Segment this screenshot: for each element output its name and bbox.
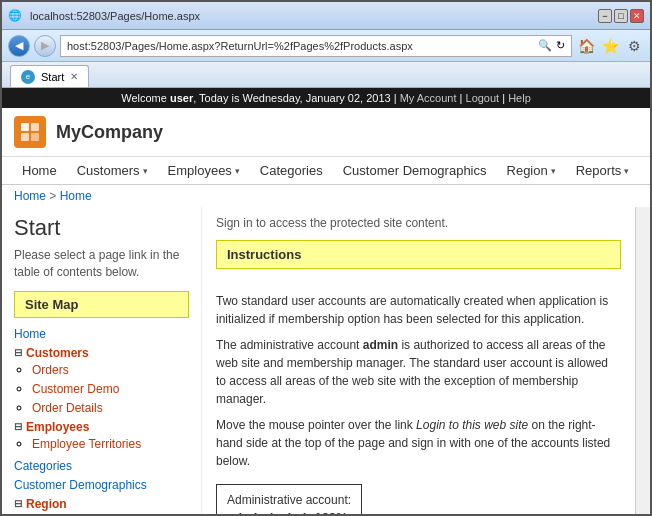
svg-rect-3 <box>31 133 39 141</box>
employees-section-label: Employees <box>26 420 89 434</box>
left-column: Start Please select a page link in the t… <box>2 207 202 514</box>
help-link[interactable]: Help <box>508 92 531 104</box>
sitemap-link-customer-demo[interactable]: Customer Demo <box>32 382 119 396</box>
sitemap-section-header-customers[interactable]: ⊟ Customers <box>14 346 189 360</box>
page-title: Start <box>14 215 189 241</box>
customers-children: Orders Customer Demo Order Details <box>14 360 189 417</box>
sitemap-section-header-employees[interactable]: ⊟ Employees <box>14 420 189 434</box>
employees-toggle-icon: ⊟ <box>14 421 22 432</box>
customers-section-label: Customers <box>26 346 89 360</box>
search-icon[interactable]: 🔍 <box>538 39 552 52</box>
banner-sep2: | <box>499 92 508 104</box>
nav-item-employees[interactable]: Employees ▾ <box>158 157 250 184</box>
top-banner: Welcome user, Today is Wednesday, Januar… <box>2 88 650 108</box>
right-intro: Sign in to access the protected site con… <box>216 215 621 232</box>
ie-logo: 🌐 <box>8 9 22 22</box>
nav-item-home[interactable]: Home <box>12 157 67 184</box>
favorites-button[interactable]: ⭐ <box>600 36 620 56</box>
sitemap-list: Home ⊟ Customers Orders Customer <box>14 324 189 514</box>
address-text: host:52803/Pages/Home.aspx?ReturnUrl=%2f… <box>67 40 413 52</box>
sitemap-link-employee-territories[interactable]: Employee Territories <box>32 437 141 451</box>
right-column: Sign in to access the protected site con… <box>202 207 635 514</box>
tab-bar: e Start ✕ <box>2 62 650 88</box>
region-toggle-icon: ⊟ <box>14 498 22 509</box>
banner-welcome-prefix: Welcome <box>121 92 170 104</box>
minimize-button[interactable]: − <box>598 9 612 23</box>
breadcrumb: Home > Home <box>2 185 650 207</box>
tab-label: Start <box>41 71 64 83</box>
instruction-para-3: Move the mouse pointer over the link Log… <box>216 416 621 470</box>
instructions-box: Instructions <box>216 240 621 269</box>
svg-rect-0 <box>21 123 29 131</box>
banner-middle-text: , Today is Wednesday, January 02, 2013 | <box>193 92 400 104</box>
sitemap-link-orders[interactable]: Orders <box>32 363 69 377</box>
sitemap-link-customer-demographics[interactable]: Customer Demographics <box>14 478 147 492</box>
account-label: Administrative account: <box>227 493 351 507</box>
region-arrow: ▾ <box>551 166 556 176</box>
nav-item-customers[interactable]: Customers ▾ <box>67 157 158 184</box>
tab-favicon: e <box>21 70 35 84</box>
window-controls: − □ ✕ <box>598 9 644 23</box>
sitemap-child-territories: Territories <box>32 511 189 514</box>
account-box: Administrative account: admin / admin123… <box>216 484 362 514</box>
nav-item-region[interactable]: Region ▾ <box>497 157 566 184</box>
region-section-label: Region <box>26 497 67 511</box>
page-content: Welcome user, Today is Wednesday, Januar… <box>2 88 650 514</box>
nav-bar: ◀ ▶ host:52803/Pages/Home.aspx?ReturnUrl… <box>2 30 650 62</box>
logout-link[interactable]: Logout <box>466 92 500 104</box>
customers-arrow: ▾ <box>143 166 148 176</box>
sitemap-child-order-details: Order Details <box>32 398 189 417</box>
window-title: localhost:52803/Pages/Home.aspx <box>30 10 200 22</box>
customers-toggle-icon: ⊟ <box>14 347 22 358</box>
nav-item-categories[interactable]: Categories <box>250 157 333 184</box>
maximize-button[interactable]: □ <box>614 9 628 23</box>
reports-arrow: ▾ <box>624 166 629 176</box>
sitemap-section-employees: ⊟ Employees Employee Territories <box>14 420 189 453</box>
sitemap-section-customers: ⊟ Customers Orders Customer Demo Orde <box>14 346 189 417</box>
nav-item-customer-demographics[interactable]: Customer Demographics <box>333 157 497 184</box>
sitemap-child-customer-demo: Customer Demo <box>32 379 189 398</box>
browser-tab-start[interactable]: e Start ✕ <box>10 65 89 87</box>
close-button[interactable]: ✕ <box>630 9 644 23</box>
employees-arrow: ▾ <box>235 166 240 176</box>
sitemap-child-employee-territories: Employee Territories <box>32 434 189 453</box>
title-bar-left: 🌐 localhost:52803/Pages/Home.aspx <box>8 9 200 22</box>
banner-username: user <box>170 92 193 104</box>
region-children: Territories <box>14 511 189 514</box>
sitemap-item-categories: Categories <box>14 456 189 475</box>
site-title: MyCompany <box>56 122 163 143</box>
sitemap-item-customer-demographics: Customer Demographics <box>14 475 189 494</box>
sitemap-link-order-details[interactable]: Order Details <box>32 401 103 415</box>
instruction-para-2: The administrative account admin is auth… <box>216 336 621 408</box>
main-nav: Home Customers ▾ Employees ▾ Categories … <box>2 157 650 185</box>
account-creds: admin / admin123% <box>227 510 351 514</box>
sitemap-link-categories[interactable]: Categories <box>14 459 72 473</box>
my-account-link[interactable]: My Account <box>400 92 457 104</box>
breadcrumb-home2[interactable]: Home <box>60 189 92 203</box>
employees-children: Employee Territories <box>14 434 189 453</box>
title-bar: 🌐 localhost:52803/Pages/Home.aspx − □ ✕ <box>2 2 650 30</box>
banner-sep1: | <box>457 92 466 104</box>
tab-close-button[interactable]: ✕ <box>70 71 78 82</box>
sitemap-header: Site Map <box>14 291 189 318</box>
logo-svg <box>19 121 41 143</box>
site-header: MyCompany <box>2 108 650 157</box>
main-area: Start Please select a page link in the t… <box>2 207 650 514</box>
sitemap-link-home[interactable]: Home <box>14 327 46 341</box>
scrollbar[interactable] <box>635 207 650 514</box>
forward-button[interactable]: ▶ <box>34 35 56 57</box>
sitemap-item-home: Home <box>14 324 189 343</box>
breadcrumb-home1[interactable]: Home <box>14 189 46 203</box>
address-bar[interactable]: host:52803/Pages/Home.aspx?ReturnUrl=%2f… <box>60 35 572 57</box>
logo-icon <box>14 116 46 148</box>
instructions-title: Instructions <box>227 247 610 262</box>
nav-item-reports[interactable]: Reports ▾ <box>566 157 640 184</box>
sitemap-section-header-region[interactable]: ⊟ Region <box>14 497 189 511</box>
back-button[interactable]: ◀ <box>8 35 30 57</box>
page-description: Please select a page link in the table o… <box>14 247 189 281</box>
browser-window: 🌐 localhost:52803/Pages/Home.aspx − □ ✕ … <box>0 0 652 516</box>
home-nav-button[interactable]: 🏠 <box>576 36 596 56</box>
nav-icons: 🔍 ↻ <box>538 39 565 52</box>
tools-button[interactable]: ⚙ <box>624 36 644 56</box>
refresh-icon[interactable]: ↻ <box>556 39 565 52</box>
